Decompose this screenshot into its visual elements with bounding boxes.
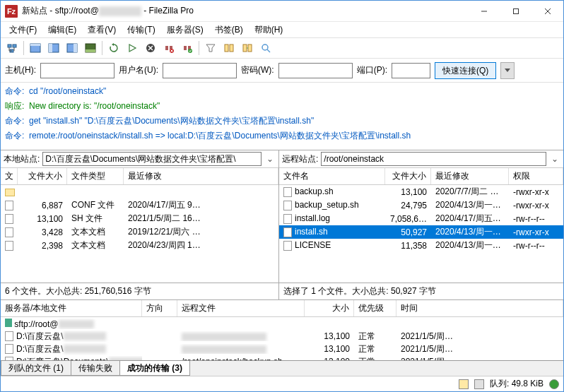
- list-item[interactable]: 3,428文本文档2019/12/21/周六 …: [1, 225, 278, 239]
- host-input[interactable]: [40, 63, 114, 78]
- titlebar[interactable]: Fz 新站点 - sftp://root@ - FileZilla Pro: [1, 1, 563, 22]
- port-input[interactable]: [392, 63, 430, 78]
- toggle-remote-tree-icon[interactable]: [64, 40, 81, 57]
- queue-item[interactable]: D:\百度云盘\Documents\/root/oneinstack/backu…: [1, 355, 563, 360]
- remote-status: 选择了 1 个文件。大小总共: 50,927 字节: [279, 283, 563, 299]
- minimize-button[interactable]: [468, 1, 500, 21]
- close-button[interactable]: [531, 1, 563, 21]
- remote-site-label: 远程站点:: [282, 153, 318, 165]
- local-header[interactable]: 文 文件大小 文件类型 最近修改: [1, 168, 278, 185]
- toggle-log-icon[interactable]: [27, 40, 44, 57]
- port-label: 端口(P):: [357, 64, 387, 76]
- remote-pane: 远程站点: ⌄ 文件名 文件大小 最近修改 权限 backup.sh13,100…: [279, 150, 563, 299]
- quick-connect-dropdown[interactable]: [500, 62, 515, 79]
- queue-tabs: 列队的文件 (1) 传输失败 成功的传输 (3): [1, 360, 563, 376]
- user-input[interactable]: [163, 63, 237, 78]
- maximize-button[interactable]: [500, 1, 531, 21]
- sync-browse-icon[interactable]: [239, 40, 256, 57]
- status-icon: [474, 379, 484, 389]
- svg-rect-11: [30, 44, 40, 46]
- svg-marker-31: [206, 44, 215, 52]
- toggle-local-tree-icon[interactable]: [45, 40, 62, 57]
- menubar: 文件(F) 编辑(E) 查看(V) 传输(T) 服务器(S) 书签(B) 帮助(…: [1, 22, 563, 37]
- list-item[interactable]: 6,887CONF 文件2020/4/17/周五 9…: [1, 198, 278, 212]
- queue-header[interactable]: 服务器/本地文件 方向 远程文件 大小 优先级 时间: [1, 300, 563, 317]
- svg-rect-4: [8, 44, 11, 47]
- remote-header[interactable]: 文件名 文件大小 最近修改 权限: [279, 168, 563, 185]
- menu-transfer[interactable]: 传输(T): [123, 23, 159, 37]
- host-label: 主机(H):: [5, 64, 36, 76]
- local-file-list[interactable]: 6,887CONF 文件2020/4/17/周五 9…13,100SH 文件20…: [1, 185, 278, 283]
- svg-rect-17: [86, 49, 95, 52]
- svg-rect-15: [74, 44, 77, 52]
- reconnect-icon[interactable]: [179, 40, 196, 57]
- file-panes: 本地站点: ⌄ 文 文件大小 文件类型 最近修改 6,887CONF 文件202…: [1, 150, 563, 299]
- process-queue-icon[interactable]: [124, 40, 141, 57]
- chevron-down-icon[interactable]: ⌄: [549, 154, 560, 164]
- toggle-queue-icon[interactable]: [82, 40, 99, 57]
- toolbar: [1, 37, 563, 59]
- svg-rect-5: [13, 44, 16, 47]
- tab-queued[interactable]: 列队的文件 (1): [1, 361, 71, 376]
- svg-line-38: [267, 49, 270, 52]
- list-item[interactable]: 13,100SH 文件2021/1/5/周二 16…: [1, 212, 278, 225]
- svg-rect-32: [225, 44, 228, 52]
- pass-label: 密码(W):: [241, 64, 274, 76]
- statusbar: 队列: 49.8 KiB: [1, 376, 563, 391]
- list-item[interactable]: [1, 185, 278, 198]
- svg-rect-28: [184, 46, 187, 50]
- menu-view[interactable]: 查看(V): [83, 23, 120, 37]
- message-log[interactable]: 命令: cd "/root/oneinstack"响应: New directo…: [1, 83, 563, 150]
- menu-server[interactable]: 服务器(S): [163, 23, 208, 37]
- local-pane: 本地站点: ⌄ 文 文件大小 文件类型 最近修改 6,887CONF 文件202…: [1, 150, 279, 299]
- status-ok-icon: [549, 379, 559, 389]
- queue-item[interactable]: D:\百度云盘\13,100正常2021/1/5/周…: [1, 343, 563, 355]
- app-icon: Fz: [5, 5, 18, 18]
- pass-input[interactable]: [278, 63, 353, 78]
- local-site-label: 本地站点:: [4, 153, 40, 165]
- filter-icon[interactable]: [202, 40, 219, 57]
- list-item[interactable]: backup_setup.sh24,7952020/4/13/周一…-rwxr-…: [279, 198, 563, 212]
- svg-rect-23: [165, 46, 168, 50]
- disconnect-icon[interactable]: [160, 40, 177, 57]
- svg-rect-13: [49, 44, 52, 52]
- local-path-input[interactable]: [42, 152, 262, 166]
- menu-file[interactable]: 文件(F): [5, 23, 41, 37]
- cancel-icon[interactable]: [142, 40, 159, 57]
- tab-successful[interactable]: 成功的传输 (3): [119, 361, 190, 376]
- svg-rect-33: [230, 44, 233, 52]
- site-manager-icon[interactable]: [4, 40, 20, 57]
- queue-item[interactable]: D:\百度云盘\13,100正常2021/1/5/周…: [1, 330, 563, 343]
- queue-pane: 服务器/本地文件 方向 远程文件 大小 优先级 时间 sftp://root@D…: [1, 299, 563, 360]
- list-item[interactable]: backup.sh13,1002020/7/7/周二 …-rwxr-xr-x: [279, 185, 563, 198]
- compare-icon[interactable]: [221, 40, 237, 57]
- remote-path-input[interactable]: [321, 152, 546, 166]
- list-item[interactable]: install.log7,058,6…2020/4/17/周五…-rw-r--r…: [279, 212, 563, 225]
- queue-server[interactable]: sftp://root@: [1, 317, 563, 330]
- local-status: 6 个文件。大小总共: 251,760,516 字节: [1, 283, 278, 299]
- menu-bookmark[interactable]: 书签(B): [211, 23, 247, 37]
- svg-point-37: [262, 44, 268, 50]
- queue-size: 队列: 49.8 KiB: [490, 378, 544, 390]
- svg-rect-1: [513, 8, 518, 13]
- list-item[interactable]: 2,398文本文档2020/4/23/周四 1…: [1, 239, 278, 252]
- svg-rect-34: [243, 44, 247, 52]
- window-title: 新站点 - sftp://root@ - FileZilla Pro: [22, 5, 468, 17]
- chevron-down-icon[interactable]: ⌄: [264, 154, 276, 164]
- svg-point-30: [188, 49, 192, 53]
- refresh-icon[interactable]: [105, 40, 122, 57]
- queue-list[interactable]: sftp://root@D:\百度云盘\13,100正常2021/1/5/周…D…: [1, 317, 563, 360]
- search-icon[interactable]: [257, 40, 274, 57]
- tab-failed[interactable]: 传输失败: [71, 361, 120, 376]
- remote-file-list[interactable]: backup.sh13,1002020/7/7/周二 …-rwxr-xr-xba…: [279, 185, 563, 283]
- menu-help[interactable]: 帮助(H): [250, 23, 288, 37]
- app-window: Fz 新站点 - sftp://root@ - FileZilla Pro 文件…: [0, 0, 564, 392]
- list-item[interactable]: install.sh50,9272020/4/13/周一…-rwxr-xr-x: [279, 225, 563, 239]
- list-item[interactable]: LICENSE11,3582020/4/13/周一…-rw-r--r--: [279, 239, 563, 252]
- menu-edit[interactable]: 编辑(E): [44, 23, 81, 37]
- quick-connect-button[interactable]: 快速连接(Q): [435, 62, 496, 79]
- status-icon: [459, 379, 469, 389]
- svg-marker-18: [112, 43, 114, 46]
- user-label: 用户名(U):: [119, 64, 158, 76]
- svg-marker-19: [129, 44, 136, 52]
